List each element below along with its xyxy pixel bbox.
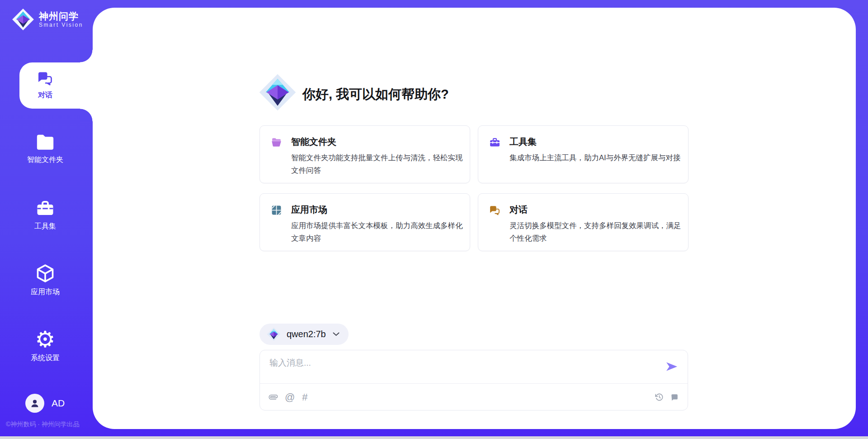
feature-cards: 智能文件夹 智能文件夹功能支持批量文件上传与清洗，轻松实现文件问答 工具集 集成… — [259, 125, 689, 251]
chat-bubbles-icon — [37, 70, 53, 86]
card-title: 智能文件夹 — [291, 136, 336, 148]
sidebar-item-label: 系统设置 — [31, 353, 60, 363]
hash-icon[interactable]: # — [302, 392, 307, 402]
sidebar-item-label: 智能文件夹 — [27, 155, 63, 165]
sidebar-item-app-market[interactable]: 应用市场 — [0, 260, 90, 301]
card-description: 智能文件夹功能支持批量文件上传与清洗，轻松实现文件问答 — [291, 151, 464, 177]
brand-logo-icon — [12, 8, 34, 31]
screen-edge — [0, 436, 868, 439]
card-app-market[interactable]: 应用市场 应用市场提供丰富长文本模板，助力高效生成多样化文章内容 — [259, 193, 470, 251]
model-logo-icon — [267, 327, 281, 341]
sidebar-item-label: 应用市场 — [31, 287, 60, 297]
chat-bubbles-icon — [489, 205, 500, 216]
gear-icon: ⚙ — [35, 329, 56, 349]
message-composer: @ # — [259, 350, 688, 410]
sidebar-item-smart-folder[interactable]: 智能文件夹 — [0, 129, 90, 169]
toolbox-icon — [35, 199, 55, 218]
card-chat[interactable]: 对话 灵活切换多模型文件，支持多样回复效果调试，满足个性化需求 — [478, 193, 689, 251]
chevron-down-icon — [333, 332, 340, 336]
market-grid-icon — [271, 205, 282, 216]
toolbox-icon — [489, 137, 500, 148]
history-icon[interactable] — [655, 393, 664, 401]
open-folder-icon — [271, 137, 282, 148]
card-title: 工具集 — [509, 136, 537, 148]
card-title: 对话 — [509, 204, 528, 216]
greeting-logo-icon — [259, 73, 297, 111]
paperclip-icon[interactable] — [269, 393, 278, 401]
message-square-icon[interactable] — [670, 393, 679, 401]
main-content: 你好, 我可以如何帮助你? 智能文件夹 智能文件夹功能支持批量文件上传与清洗，轻… — [93, 8, 856, 429]
composer-toolbar: @ # — [260, 384, 688, 410]
sidebar-item-label: 工具集 — [34, 222, 56, 231]
greeting-title: 你好, 我可以如何帮助你? — [302, 86, 449, 104]
card-title: 应用市场 — [291, 204, 327, 216]
sidebar-item-toolset[interactable]: 工具集 — [0, 195, 90, 235]
sidebar-item-label: 对话 — [38, 91, 52, 100]
model-name: qwen2:7b — [287, 329, 326, 339]
user-initials: AD — [52, 398, 65, 409]
model-selector[interactable]: qwen2:7b — [259, 324, 349, 345]
card-smart-folder[interactable]: 智能文件夹 智能文件夹功能支持批量文件上传与清洗，轻松实现文件问答 — [259, 125, 470, 183]
card-description: 灵活切换多模型文件，支持多样回复效果调试，满足个性化需求 — [509, 219, 682, 244]
user-account[interactable]: AD — [25, 394, 65, 413]
brand-title: 神州问学 — [39, 11, 83, 22]
cube-icon — [35, 263, 55, 283]
send-arrow-icon[interactable] — [666, 361, 678, 372]
sidebar: 神州问学 Smart Vision 对话 智能文件夹 工 — [0, 0, 93, 436]
folder-icon — [35, 133, 55, 151]
card-toolset[interactable]: 工具集 集成市场上主流工具，助力AI与外界无缝扩展与对接 — [478, 125, 689, 183]
sidebar-item-chat[interactable]: 对话 — [0, 62, 90, 108]
message-input[interactable] — [260, 350, 688, 383]
sidebar-item-settings[interactable]: ⚙ 系统设置 — [0, 326, 90, 367]
brand-subtitle: Smart Vision — [39, 22, 83, 28]
card-description: 应用市场提供丰富长文本模板，助力高效生成多样化文章内容 — [291, 219, 464, 244]
copyright-text: ©神州数码 · 神州问学出品 — [6, 420, 80, 429]
brand: 神州问学 Smart Vision — [12, 8, 83, 31]
person-avatar-icon — [25, 394, 44, 413]
card-description: 集成市场上主流工具，助力AI与外界无缝扩展与对接 — [509, 151, 682, 164]
at-sign-icon[interactable]: @ — [285, 392, 295, 402]
